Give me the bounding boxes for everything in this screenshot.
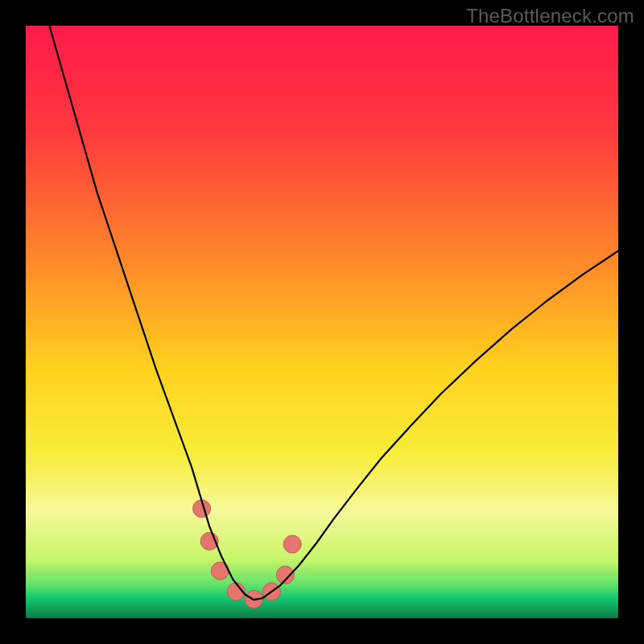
chart-svg	[26, 26, 618, 618]
chart-frame: TheBottleneck.com	[0, 0, 644, 644]
watermark-text: TheBottleneck.com	[466, 5, 634, 27]
plot-area	[26, 26, 618, 618]
marker-layer	[193, 500, 302, 609]
highlight-point	[283, 535, 301, 553]
bottleneck-curve	[49, 26, 618, 600]
